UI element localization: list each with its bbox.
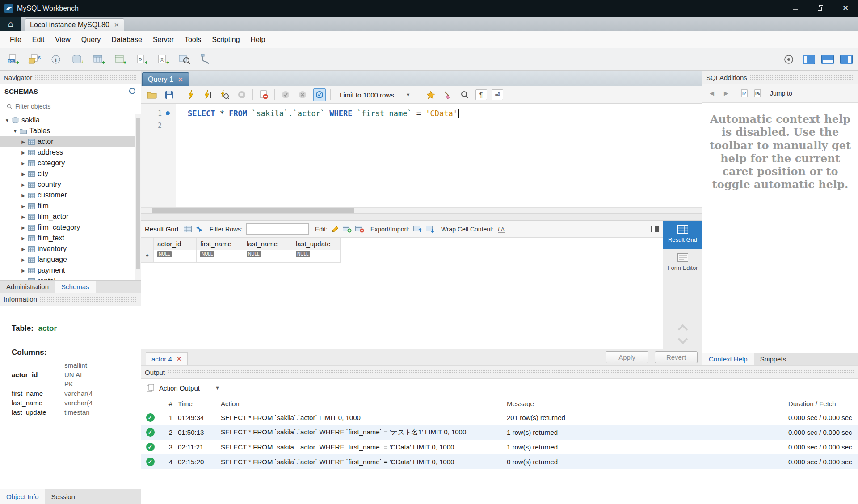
commit-button[interactable] xyxy=(279,88,292,101)
toggle-bottom-panel-button[interactable] xyxy=(821,55,834,64)
expander-closed-icon[interactable]: ▶ xyxy=(20,150,27,155)
menu-server[interactable]: Server xyxy=(147,33,179,46)
expander-closed-icon[interactable]: ▶ xyxy=(20,182,27,187)
create-function-button[interactable]: {0}+ xyxy=(156,52,171,67)
connection-tab-close-icon[interactable]: ✕ xyxy=(114,21,119,29)
tab-administration[interactable]: Administration xyxy=(0,281,55,293)
table-language[interactable]: ▶language xyxy=(0,254,141,265)
menu-query[interactable]: Query xyxy=(76,33,106,46)
menu-edit[interactable]: Edit xyxy=(27,33,50,46)
reconnect-dbms-button[interactable] xyxy=(198,52,214,67)
inspector-button[interactable]: i xyxy=(48,52,63,67)
open-sql-script-button[interactable]: S xyxy=(27,52,42,67)
tree-scrollbar[interactable] xyxy=(135,114,141,280)
toggle-stop-on-error-button[interactable] xyxy=(257,88,270,101)
close-button[interactable]: ✕ xyxy=(833,0,858,17)
toggle-autocommit-button[interactable] xyxy=(313,88,326,101)
grid-column-header-actor_id[interactable]: actor_id xyxy=(154,238,197,250)
beautify-script-button[interactable] xyxy=(442,88,454,101)
output-row-3[interactable]: ✓302:11:21SELECT * FROM `sakila`.`actor`… xyxy=(141,440,858,454)
restore-button[interactable] xyxy=(808,0,833,17)
grid-cell[interactable]: NULL xyxy=(243,250,292,263)
editor-horizontal-scrollbar[interactable] xyxy=(141,207,702,213)
folder-tables[interactable]: ▼Tables xyxy=(0,126,141,136)
revert-button[interactable]: Revert xyxy=(655,351,698,363)
tab-snippets[interactable]: Snippets xyxy=(754,353,792,365)
expander-closed-icon[interactable]: ▶ xyxy=(20,214,27,219)
table-film_category[interactable]: ▶film_category xyxy=(0,222,141,233)
grid-cell[interactable]: NULL xyxy=(292,250,341,263)
editor-scrollbar-thumb[interactable] xyxy=(152,208,354,213)
help-circle-button[interactable] xyxy=(781,52,796,67)
delete-row-button[interactable] xyxy=(355,226,364,233)
result-set-tab[interactable]: actor 4 ✕ xyxy=(146,352,188,365)
side-tab-result-grid[interactable]: Result Grid xyxy=(663,221,702,249)
tree-scrollbar-thumb[interactable] xyxy=(136,118,140,269)
back-arrow-button[interactable]: ◀ xyxy=(707,90,717,97)
table-film_text[interactable]: ▶film_text xyxy=(0,233,141,244)
expander-closed-icon[interactable]: ▶ xyxy=(20,268,27,273)
table-category[interactable]: ▶category xyxy=(0,158,141,168)
grid-cell[interactable]: NULL xyxy=(154,250,197,263)
table-address[interactable]: ▶address xyxy=(0,147,141,158)
table-rental[interactable]: ▶rental xyxy=(0,276,141,280)
sql-code-editor[interactable]: 1 2 SELECT * FROM `sakila`.`actor` WHERE… xyxy=(141,104,702,214)
expander-closed-icon[interactable]: ▶ xyxy=(20,236,27,241)
minimize-button[interactable] xyxy=(783,0,808,17)
execute-script-button[interactable] xyxy=(185,88,197,101)
save-script-button[interactable] xyxy=(163,88,175,101)
query-tab[interactable]: Query 1 ✕ xyxy=(142,72,189,86)
result-set-tab-close-icon[interactable]: ✕ xyxy=(177,355,182,362)
schema-sakila[interactable]: ▼sakila xyxy=(0,115,141,126)
tab-context-help[interactable]: Context Help xyxy=(702,353,754,365)
menu-scripting[interactable]: Scripting xyxy=(206,33,245,46)
expander-closed-icon[interactable]: ▶ xyxy=(20,257,27,262)
table-inventory[interactable]: ▶inventory xyxy=(0,244,141,254)
tab-schemas[interactable]: Schemas xyxy=(55,281,96,293)
output-row-1[interactable]: ✓101:49:34SELECT * FROM `sakila`.`actor`… xyxy=(141,410,858,425)
toggle-grid-panel-button[interactable] xyxy=(651,226,659,232)
table-actor[interactable]: ▶actor xyxy=(0,136,141,147)
create-procedure-button[interactable]: ⚙+ xyxy=(134,52,149,67)
code-area[interactable]: SELECT * FROM `sakila`.`actor` WHERE `fi… xyxy=(176,104,702,213)
context-help-caret-button[interactable]: I? xyxy=(740,89,749,97)
connection-tab[interactable]: Local instance MySQL80 ✕ xyxy=(25,18,124,31)
menu-view[interactable]: View xyxy=(50,33,76,46)
create-schema-button[interactable]: + xyxy=(70,52,85,67)
new-sql-tab-button[interactable]: SQL+ xyxy=(5,52,21,67)
create-table-button[interactable]: + xyxy=(91,52,106,67)
explain-statement-button[interactable] xyxy=(219,88,231,101)
expander-closed-icon[interactable]: ▶ xyxy=(20,172,27,176)
expander-closed-icon[interactable]: ▶ xyxy=(20,225,27,230)
table-film[interactable]: ▶film xyxy=(0,201,141,211)
edit-record-button[interactable] xyxy=(331,226,339,233)
toggle-left-panel-button[interactable] xyxy=(803,55,815,64)
apply-button[interactable]: Apply xyxy=(606,351,648,363)
tab-session[interactable]: Session xyxy=(45,489,81,504)
create-view-button[interactable]: + xyxy=(113,52,128,67)
grid-column-header-last_update[interactable]: last_update xyxy=(292,238,341,250)
export-recordset-button[interactable] xyxy=(413,226,422,233)
expander-closed-icon[interactable]: ▶ xyxy=(20,279,27,280)
toggle-automatic-help-button[interactable]: I✎ xyxy=(754,89,763,97)
new-row-marker[interactable]: * xyxy=(141,250,154,263)
expander-open-icon[interactable]: ▼ xyxy=(12,129,19,134)
expander-closed-icon[interactable]: ▶ xyxy=(20,139,27,144)
filter-objects-field[interactable] xyxy=(4,101,137,112)
toggle-invisible-characters-button[interactable]: ¶ xyxy=(475,89,487,100)
toggle-word-wrap-button[interactable]: ⏎ xyxy=(492,89,503,100)
menu-tools[interactable]: Tools xyxy=(179,33,206,46)
limit-rows-dropdown[interactable]: Limit to 1000 rows ▼ xyxy=(335,90,415,100)
search-table-data-button[interactable] xyxy=(177,52,192,67)
wrap-cell-content-button[interactable]: IA xyxy=(497,226,507,233)
table-city[interactable]: ▶city xyxy=(0,168,141,179)
refresh-schemas-button[interactable] xyxy=(128,88,136,95)
output-view-dropdown[interactable]: Action Output ▼ xyxy=(159,384,220,392)
open-script-button[interactable] xyxy=(146,88,158,101)
stop-query-button[interactable] xyxy=(236,88,248,101)
expander-open-icon[interactable]: ▼ xyxy=(4,118,11,123)
table-country[interactable]: ▶country xyxy=(0,179,141,190)
side-tab-form-editor[interactable]: Form Editor xyxy=(663,249,702,277)
tab-object-info[interactable]: Object Info xyxy=(0,489,45,504)
toggle-right-panel-button[interactable] xyxy=(840,55,853,64)
